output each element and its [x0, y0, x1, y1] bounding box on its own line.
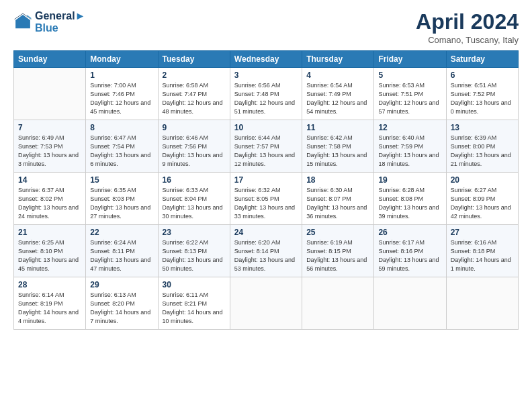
table-row: 4 Sunrise: 6:54 AM Sunset: 7:49 PM Dayli… — [302, 68, 374, 120]
day-info: Sunrise: 6:56 AM Sunset: 7:48 PM Dayligh… — [234, 81, 298, 116]
day-info: Sunrise: 6:16 AM Sunset: 8:18 PM Dayligh… — [451, 238, 514, 273]
table-row: 5 Sunrise: 6:53 AM Sunset: 7:51 PM Dayli… — [374, 68, 446, 120]
col-friday: Friday — [374, 51, 446, 68]
title-area: April 2024 Comano, Tuscany, Italy — [416, 10, 519, 45]
table-row: 27 Sunrise: 6:16 AM Sunset: 8:18 PM Dayl… — [446, 225, 518, 277]
day-info: Sunrise: 6:44 AM Sunset: 7:57 PM Dayligh… — [234, 134, 298, 169]
day-number: 28 — [18, 280, 81, 289]
col-thursday: Thursday — [302, 51, 374, 68]
table-row: 15 Sunrise: 6:35 AM Sunset: 8:03 PM Dayl… — [86, 173, 158, 225]
page-container: General► Blue April 2024 Comano, Tuscany… — [0, 0, 532, 336]
day-number: 30 — [163, 280, 226, 289]
day-number: 8 — [90, 123, 153, 132]
day-info: Sunrise: 6:25 AM Sunset: 8:10 PM Dayligh… — [18, 238, 81, 273]
table-row: 14 Sunrise: 6:37 AM Sunset: 8:02 PM Dayl… — [14, 173, 86, 225]
day-info: Sunrise: 6:19 AM Sunset: 8:15 PM Dayligh… — [306, 238, 369, 273]
day-number: 17 — [234, 175, 298, 185]
col-sunday: Sunday — [14, 51, 86, 68]
table-row: 3 Sunrise: 6:56 AM Sunset: 7:48 PM Dayli… — [230, 68, 302, 120]
day-number: 22 — [90, 228, 153, 237]
day-number: 15 — [90, 175, 153, 185]
day-number: 21 — [18, 228, 81, 237]
col-wednesday: Wednesday — [230, 51, 302, 68]
day-info: Sunrise: 6:53 AM Sunset: 7:51 PM Dayligh… — [378, 81, 441, 116]
day-number: 24 — [234, 228, 298, 237]
table-row: 30 Sunrise: 6:11 AM Sunset: 8:21 PM Dayl… — [158, 277, 230, 330]
day-number: 18 — [306, 175, 369, 185]
table-row: 28 Sunrise: 6:14 AM Sunset: 8:19 PM Dayl… — [14, 277, 86, 330]
logo-text: General► Blue — [35, 10, 85, 34]
day-number: 4 — [306, 71, 369, 80]
day-info: Sunrise: 6:46 AM Sunset: 7:56 PM Dayligh… — [163, 134, 226, 169]
table-row: 13 Sunrise: 6:39 AM Sunset: 8:00 PM Dayl… — [446, 120, 518, 173]
table-row: 21 Sunrise: 6:25 AM Sunset: 8:10 PM Dayl… — [14, 225, 86, 277]
day-number: 2 — [163, 71, 226, 80]
table-row: 16 Sunrise: 6:33 AM Sunset: 8:04 PM Dayl… — [158, 173, 230, 225]
table-row: 12 Sunrise: 6:40 AM Sunset: 7:59 PM Dayl… — [374, 120, 446, 173]
table-row: 20 Sunrise: 6:27 AM Sunset: 8:09 PM Dayl… — [446, 173, 518, 225]
day-number: 6 — [451, 71, 514, 80]
table-row: 17 Sunrise: 6:32 AM Sunset: 8:05 PM Dayl… — [230, 173, 302, 225]
calendar-table: Sunday Monday Tuesday Wednesday Thursday… — [13, 50, 519, 330]
day-number: 10 — [234, 123, 298, 132]
day-number: 5 — [378, 71, 441, 80]
day-number: 27 — [451, 228, 514, 237]
day-info: Sunrise: 6:32 AM Sunset: 8:05 PM Dayligh… — [234, 186, 298, 221]
table-row — [446, 277, 518, 330]
table-row: 22 Sunrise: 6:24 AM Sunset: 8:11 PM Dayl… — [86, 225, 158, 277]
day-number: 29 — [90, 280, 153, 289]
day-number: 25 — [306, 228, 369, 237]
header: General► Blue April 2024 Comano, Tuscany… — [13, 10, 519, 45]
day-number: 13 — [451, 123, 514, 132]
col-saturday: Saturday — [446, 51, 518, 68]
col-tuesday: Tuesday — [158, 51, 230, 68]
logo: General► Blue — [13, 10, 85, 34]
day-info: Sunrise: 6:47 AM Sunset: 7:54 PM Dayligh… — [90, 134, 153, 169]
day-info: Sunrise: 6:17 AM Sunset: 8:16 PM Dayligh… — [378, 238, 441, 273]
table-row: 26 Sunrise: 6:17 AM Sunset: 8:16 PM Dayl… — [374, 225, 446, 277]
day-info: Sunrise: 6:35 AM Sunset: 8:03 PM Dayligh… — [90, 186, 153, 221]
table-row: 9 Sunrise: 6:46 AM Sunset: 7:56 PM Dayli… — [158, 120, 230, 173]
day-info: Sunrise: 6:14 AM Sunset: 8:19 PM Dayligh… — [18, 291, 81, 326]
table-row: 11 Sunrise: 6:42 AM Sunset: 7:58 PM Dayl… — [302, 120, 374, 173]
calendar-body: 1 Sunrise: 7:00 AM Sunset: 7:46 PM Dayli… — [14, 68, 519, 330]
day-info: Sunrise: 6:20 AM Sunset: 8:14 PM Dayligh… — [234, 238, 298, 273]
table-row — [302, 277, 374, 330]
day-info: Sunrise: 6:13 AM Sunset: 8:20 PM Dayligh… — [90, 291, 153, 326]
day-info: Sunrise: 6:30 AM Sunset: 8:07 PM Dayligh… — [306, 186, 369, 221]
day-info: Sunrise: 6:37 AM Sunset: 8:02 PM Dayligh… — [18, 186, 81, 221]
day-info: Sunrise: 6:27 AM Sunset: 8:09 PM Dayligh… — [451, 186, 514, 221]
location-subtitle: Comano, Tuscany, Italy — [416, 35, 519, 45]
day-info: Sunrise: 6:24 AM Sunset: 8:11 PM Dayligh… — [90, 238, 153, 273]
day-info: Sunrise: 7:00 AM Sunset: 7:46 PM Dayligh… — [90, 81, 153, 116]
table-row: 8 Sunrise: 6:47 AM Sunset: 7:54 PM Dayli… — [86, 120, 158, 173]
day-info: Sunrise: 6:58 AM Sunset: 7:47 PM Dayligh… — [163, 81, 226, 116]
month-title: April 2024 — [416, 10, 519, 34]
day-info: Sunrise: 6:54 AM Sunset: 7:49 PM Dayligh… — [306, 81, 369, 116]
day-number: 1 — [90, 71, 153, 80]
table-row: 19 Sunrise: 6:28 AM Sunset: 8:08 PM Dayl… — [374, 173, 446, 225]
day-info: Sunrise: 6:40 AM Sunset: 7:59 PM Dayligh… — [378, 134, 441, 169]
day-info: Sunrise: 6:28 AM Sunset: 8:08 PM Dayligh… — [378, 186, 441, 221]
table-row — [374, 277, 446, 330]
logo-icon — [13, 13, 32, 32]
table-row: 29 Sunrise: 6:13 AM Sunset: 8:20 PM Dayl… — [86, 277, 158, 330]
col-monday: Monday — [86, 51, 158, 68]
day-number: 16 — [163, 175, 226, 185]
day-info: Sunrise: 6:39 AM Sunset: 8:00 PM Dayligh… — [451, 134, 514, 169]
table-row: 7 Sunrise: 6:49 AM Sunset: 7:53 PM Dayli… — [14, 120, 86, 173]
day-number: 12 — [378, 123, 441, 132]
table-row — [230, 277, 302, 330]
table-row — [14, 68, 86, 120]
day-number: 7 — [18, 123, 81, 132]
day-number: 11 — [306, 123, 369, 132]
day-number: 3 — [234, 71, 298, 80]
day-info: Sunrise: 6:42 AM Sunset: 7:58 PM Dayligh… — [306, 134, 369, 169]
day-info: Sunrise: 6:49 AM Sunset: 7:53 PM Dayligh… — [18, 134, 81, 169]
day-number: 23 — [163, 228, 226, 237]
day-number: 26 — [378, 228, 441, 237]
day-info: Sunrise: 6:22 AM Sunset: 8:13 PM Dayligh… — [163, 238, 226, 273]
table-row: 24 Sunrise: 6:20 AM Sunset: 8:14 PM Dayl… — [230, 225, 302, 277]
day-info: Sunrise: 6:11 AM Sunset: 8:21 PM Dayligh… — [163, 291, 226, 326]
table-row: 25 Sunrise: 6:19 AM Sunset: 8:15 PM Dayl… — [302, 225, 374, 277]
